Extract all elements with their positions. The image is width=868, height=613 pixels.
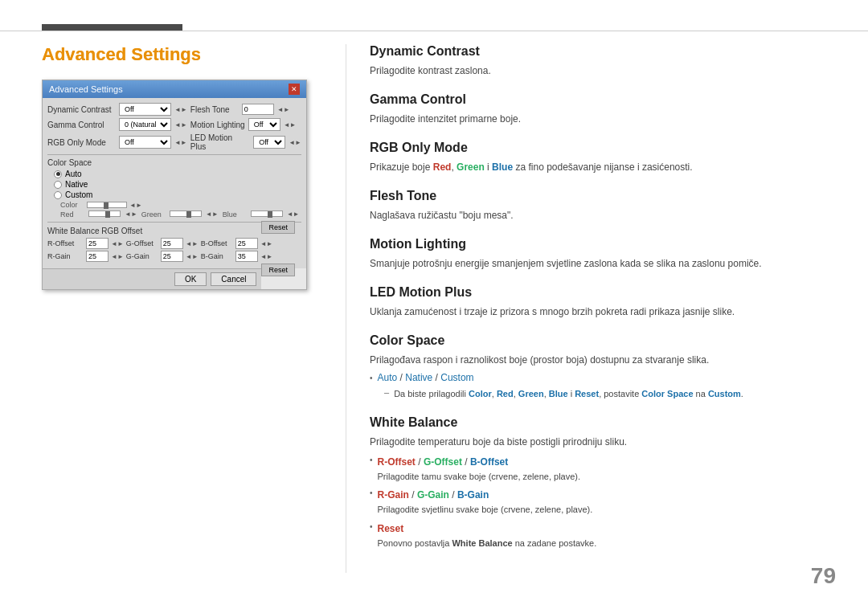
wb-gain-links: R-Gain / G-Gain / B-Gain — [378, 489, 489, 501]
dialog-title: Advanced Settings — [49, 84, 123, 94]
color-space-text: Prilagođava raspon i raznolikost boje (p… — [370, 353, 836, 367]
wb-reset-link: Reset — [378, 523, 404, 534]
b-gain-input[interactable] — [235, 251, 258, 262]
color-reset-button[interactable]: Reset — [261, 221, 295, 234]
dialog-close-button[interactable]: ✕ — [289, 84, 300, 95]
wb-offset-links: R-Offset / G-Offset / B-Offset — [378, 456, 509, 468]
led-motion-plus-text: Uklanja zamućenost i trzaje iz prizora s… — [370, 304, 836, 319]
color-slider-thumb — [104, 202, 108, 209]
green-slider[interactable] — [170, 210, 202, 217]
b-offset-input[interactable] — [235, 238, 258, 249]
b-offset-arrow: ◄► — [260, 240, 273, 247]
color-slider-track[interactable] — [87, 202, 127, 208]
radio-native[interactable]: Native — [54, 180, 301, 189]
cs-reset: Reset — [575, 389, 599, 398]
color-space-radio-group: Auto Native Custom — [54, 170, 301, 199]
arrow-2: ◄► — [277, 106, 290, 113]
g-gain-link: G-Gain — [417, 489, 449, 501]
dynamic-contrast-heading: Dynamic Contrast — [370, 44, 836, 59]
section-gamma-control: Gamma Control Prilagodite intenzitet pri… — [370, 92, 836, 126]
right-panel: Dynamic Contrast Prilagodite kontrast za… — [370, 44, 836, 564]
motion-lighting-label: Motion Lighting — [190, 121, 245, 129]
cs-auto: Auto — [378, 372, 398, 383]
green-label: Green — [141, 210, 166, 219]
cs-native: Native — [405, 372, 432, 383]
color-slider-row: Color ◄► — [60, 201, 301, 209]
radio-custom-dot — [54, 191, 62, 199]
bullet-dot-1: • — [370, 374, 373, 382]
dialog-row-1: Dynamic Contrast Off ◄► Flesh Tone ◄► — [47, 103, 301, 116]
wb-reset-sub: Ponovno postavlja White Balance na zadan… — [378, 537, 597, 550]
rgb-only-mode-text: Prikazuje boje Red, Green i Blue za fino… — [370, 160, 836, 174]
radio-native-dot — [54, 181, 62, 189]
gamma-control-select[interactable]: 0 (Natural) — [119, 118, 171, 131]
section-title: Advanced Settings — [42, 44, 347, 65]
r-gain-arrow: ◄► — [111, 253, 124, 260]
r-offset-input[interactable] — [86, 238, 108, 249]
blue-arrow: ◄► — [287, 210, 300, 219]
wb-gain-sub: Prilagodite svjetlinu svake boje (crvene… — [378, 503, 593, 517]
motion-lighting-text: Smanjuje potrošnju energije smanjenjem s… — [370, 256, 836, 271]
blue-slider[interactable] — [251, 210, 283, 217]
flesh-tone-input[interactable] — [242, 104, 274, 115]
rgb-only-mode-select[interactable]: Off — [119, 136, 171, 149]
radio-auto-dot — [54, 170, 62, 178]
white-balance-heading: White Balance — [370, 415, 836, 430]
page-number: 79 — [811, 563, 836, 589]
dialog-row-2: Gamma Control 0 (Natural) ◄► Motion Ligh… — [47, 118, 301, 131]
g-gain-input[interactable] — [161, 251, 183, 262]
arrow-6: ◄► — [289, 139, 301, 146]
wb-reset-bold: White Balance — [452, 538, 512, 548]
rgb-only-mode-heading: RGB Only Mode — [370, 141, 836, 155]
section-rgb-only-mode: RGB Only Mode Prikazuje boje Red, Green … — [370, 141, 836, 174]
r-gain-link: R-Gain — [378, 489, 409, 501]
cs-blue: Blue — [549, 389, 568, 398]
left-panel: Advanced Settings Advanced Settings ✕ Dy… — [42, 44, 347, 290]
g-gain-arrow: ◄► — [186, 253, 199, 260]
wb-offset-sub: Prilagodite tamu svake boje (crvene, zel… — [378, 470, 581, 484]
radio-custom[interactable]: Custom — [54, 190, 301, 199]
color-label: Color — [60, 201, 84, 209]
cs-colorspace: Color Space — [641, 389, 693, 398]
g-offset-input[interactable] — [161, 238, 183, 249]
dialog-footer: OK Cancel — [43, 268, 261, 289]
cs-custom-link: Custom — [708, 389, 741, 398]
radio-auto[interactable]: Auto — [54, 170, 301, 178]
dialog-body: Dynamic Contrast Off ◄► Flesh Tone ◄► Ga… — [43, 98, 306, 268]
r-offset-label: R-Offset — [47, 239, 84, 247]
led-motion-plus-select[interactable]: Off — [253, 136, 285, 149]
rgb-blue: Blue — [492, 161, 513, 173]
section-dynamic-contrast: Dynamic Contrast Prilagodite kontrast za… — [370, 44, 836, 78]
arrow-1: ◄► — [174, 106, 187, 113]
color-space-options: Auto / Native / Custom — [378, 372, 474, 383]
color-arrow: ◄► — [129, 202, 142, 209]
motion-lighting-select[interactable]: Off — [248, 118, 280, 131]
r-gain-label: R-Gain — [47, 252, 84, 260]
led-motion-plus-label: LED Motion Plus — [190, 133, 250, 151]
r-gain-input[interactable] — [86, 251, 108, 262]
advanced-settings-dialog: Advanced Settings ✕ Dynamic Contrast Off… — [42, 80, 307, 290]
b-gain-link: B-Gain — [457, 489, 489, 501]
blue-label: Blue — [223, 210, 247, 219]
section-flesh-tone: Flesh Tone Naglašava ružičastu "boju mes… — [370, 189, 836, 223]
wb-offset-row: R-Offset ◄► G-Offset ◄► B-Offset ◄► — [47, 238, 301, 249]
b-offset-link: B-Offset — [470, 456, 508, 468]
wb-bullet-2: • R-Gain / G-Gain / B-Gain Prilagodite s… — [370, 487, 836, 517]
cancel-button[interactable]: Cancel — [211, 272, 256, 286]
red-thumb — [105, 211, 110, 218]
red-slider[interactable] — [88, 210, 121, 217]
ok-button[interactable]: OK — [174, 272, 207, 286]
dialog-titlebar: Advanced Settings ✕ — [43, 80, 306, 98]
wb-reset-button[interactable]: Reset — [261, 264, 295, 276]
cs-color: Color — [469, 389, 492, 398]
top-divider — [0, 31, 868, 31]
g-offset-arrow: ◄► — [186, 240, 199, 247]
red-label: Red — [60, 210, 84, 219]
color-space-heading: Color Space — [370, 333, 836, 348]
g-offset-label: G-Offset — [126, 239, 158, 247]
red-arrow: ◄► — [125, 210, 137, 219]
flesh-tone-label: Flesh Tone — [190, 105, 239, 114]
radio-native-label: Native — [65, 180, 88, 189]
dynamic-contrast-select[interactable]: Off — [119, 103, 171, 116]
section-motion-lighting: Motion Lighting Smanjuje potrošnju energ… — [370, 237, 836, 271]
